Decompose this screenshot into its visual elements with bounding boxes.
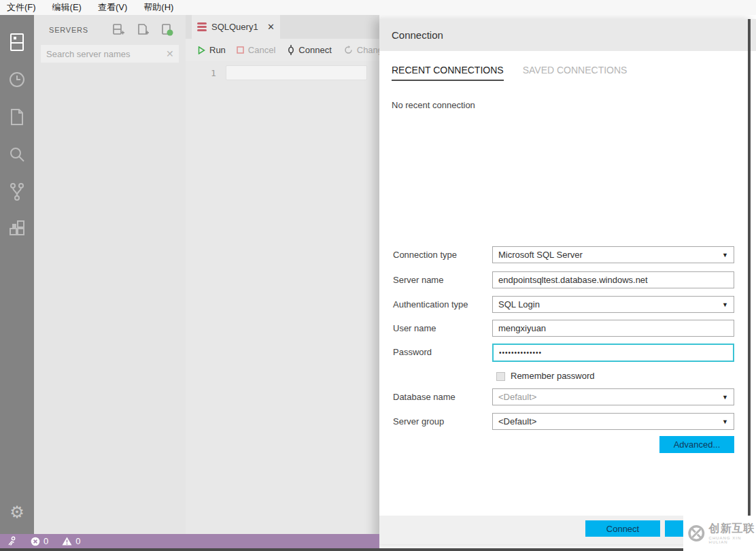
servers-panel-header: SERVERS — [34, 15, 186, 42]
gear-icon[interactable]: ⚙ — [0, 503, 34, 522]
server-name-label: Server name — [393, 275, 443, 285]
watermark-logo-icon — [687, 523, 706, 544]
tab-saved-connections[interactable]: SAVED CONNECTIONS — [523, 65, 628, 81]
user-name-row: User name — [379, 320, 756, 337]
server-group-row: Server group <Default> ▼ — [379, 413, 756, 431]
warning-count: 0 — [75, 536, 80, 546]
connect-label: Connect — [298, 45, 331, 55]
server-search-box: ✕ — [41, 45, 179, 63]
database-name-label: Database name — [393, 392, 456, 402]
server-name-field — [492, 271, 734, 288]
server-search-input[interactable] — [46, 49, 166, 59]
menu-view[interactable]: 查看(V) — [98, 1, 127, 14]
database-name-select[interactable]: <Default> ▼ — [492, 388, 734, 405]
servers-panel-toolbar — [112, 23, 173, 37]
connect-button-toolbar[interactable]: Connect — [288, 45, 331, 55]
connect-button[interactable]: Connect — [585, 520, 660, 537]
cancel-query-button: Cancel — [237, 45, 275, 55]
tab-recent-connections[interactable]: RECENT CONNECTIONS — [392, 65, 504, 81]
query-toolbar: Run Cancel Connect — [186, 39, 379, 61]
cancel-icon — [237, 46, 244, 54]
line-number: 1 — [211, 68, 216, 78]
chevron-down-icon: ▼ — [722, 301, 728, 308]
password-field — [492, 344, 734, 362]
plug-icon — [288, 45, 294, 55]
servers-icon[interactable] — [0, 23, 34, 61]
menu-help[interactable]: 帮助(H) — [143, 1, 173, 14]
window-bottom-edge — [0, 548, 756, 551]
remember-password-checkbox[interactable] — [496, 372, 505, 381]
password-label: Password — [393, 347, 432, 357]
editor-area: SQLQuery1 ✕ Run Cancel — [186, 15, 379, 534]
run-icon — [198, 46, 205, 54]
app-window: 文件(F) 编辑(E) 查看(V) 帮助(H) — [0, 0, 756, 551]
error-icon — [31, 537, 40, 546]
watermark-brand: 创新互联 — [709, 523, 756, 534]
password-row: Password — [379, 344, 756, 361]
new-server-group-icon[interactable] — [137, 23, 149, 37]
active-connections-icon[interactable] — [161, 23, 173, 37]
tab-label: SQLQuery1 — [211, 22, 258, 32]
search-icon[interactable] — [0, 135, 34, 173]
remember-password-label: Remember password — [511, 371, 595, 381]
dialog-tabs: RECENT CONNECTIONS SAVED CONNECTIONS — [379, 51, 756, 81]
warning-icon — [62, 537, 72, 546]
database-name-value: <Default> — [498, 392, 536, 402]
connection-type-value: Microsoft SQL Server — [498, 250, 583, 260]
chevron-down-icon: ▼ — [722, 418, 728, 425]
watermark-brand-sub: CHUANG XIN HULIAN — [709, 536, 756, 544]
server-group-value: <Default> — [498, 416, 536, 427]
server-group-label: Server group — [393, 416, 444, 427]
dialog-title: Connection — [392, 29, 443, 41]
tab-close-icon[interactable]: ✕ — [267, 22, 275, 32]
run-label: Run — [209, 45, 226, 55]
no-recent-connection-message: No recent connection — [379, 81, 756, 110]
connection-type-label: Connection type — [393, 250, 457, 260]
error-counter[interactable]: 0 — [31, 536, 48, 546]
feedback-icon[interactable] — [7, 536, 17, 546]
advanced-button[interactable]: Advanced... — [659, 436, 734, 453]
editor-tabstrip: SQLQuery1 ✕ — [186, 15, 379, 39]
server-group-select[interactable]: <Default> ▼ — [492, 413, 734, 430]
user-name-input[interactable] — [498, 323, 728, 333]
extensions-icon[interactable] — [0, 210, 34, 248]
password-input[interactable] — [499, 349, 727, 356]
tab-sqlquery1[interactable]: SQLQuery1 ✕ — [192, 15, 280, 39]
server-name-row: Server name — [379, 271, 756, 289]
warning-counter[interactable]: 0 — [62, 536, 80, 546]
task-history-icon[interactable] — [0, 61, 34, 98]
menu-file[interactable]: 文件(F) — [7, 1, 36, 14]
dialog-header: Connection — [379, 19, 756, 51]
cancel-label: Cancel — [248, 45, 275, 55]
database-name-row: Database name <Default> ▼ — [379, 388, 756, 406]
authentication-type-label: Authentication type — [393, 299, 468, 310]
menu-edit[interactable]: 编辑(E) — [52, 1, 82, 14]
authentication-type-row: Authentication type SQL Login ▼ — [379, 296, 756, 314]
database-icon — [197, 22, 207, 31]
servers-panel: SERVERS — [34, 15, 186, 534]
user-name-label: User name — [393, 323, 436, 333]
server-name-input[interactable] — [498, 275, 728, 285]
servers-panel-title: SERVERS — [49, 26, 112, 34]
editor-cursor-box[interactable] — [226, 65, 367, 80]
connection-type-select[interactable]: Microsoft SQL Server ▼ — [492, 246, 734, 263]
file-explorer-icon[interactable] — [0, 98, 34, 135]
run-button[interactable]: Run — [198, 45, 226, 55]
menu-bar: 文件(F) 编辑(E) 查看(V) 帮助(H) — [0, 0, 756, 15]
chevron-down-icon: ▼ — [722, 394, 728, 401]
new-connection-icon[interactable] — [112, 23, 124, 37]
authentication-type-value: SQL Login — [498, 299, 540, 310]
refresh-icon — [344, 46, 353, 54]
change-connection-label: Change Connection — [357, 45, 379, 55]
error-count: 0 — [44, 536, 48, 546]
status-bar: 0 0 — [0, 534, 379, 548]
window-right-edge — [748, 19, 751, 548]
search-clear-icon[interactable]: ✕ — [166, 48, 174, 59]
watermark: 创新互联 CHUANG XIN HULIAN — [683, 516, 756, 551]
authentication-type-select[interactable]: SQL Login ▼ — [492, 296, 734, 313]
editor-body[interactable]: 1 — [186, 61, 379, 534]
remember-password-row: Remember password — [379, 371, 756, 388]
source-control-icon[interactable] — [0, 173, 34, 210]
change-connection-button: Change Connection — [344, 45, 379, 55]
activity-bar: ⚙ — [0, 15, 34, 534]
